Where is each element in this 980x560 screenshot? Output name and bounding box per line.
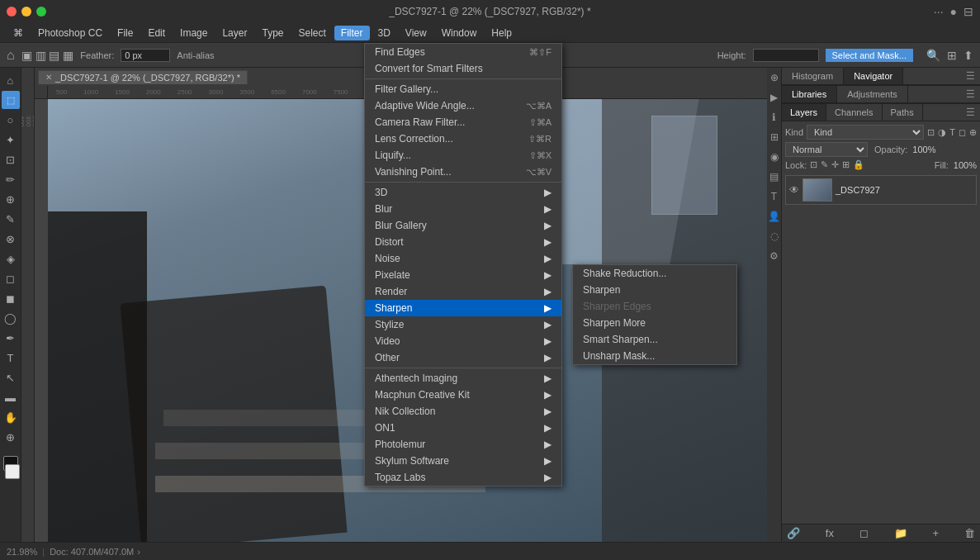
delete-layer-icon[interactable]: 🗑 <box>964 527 975 539</box>
filter-lens-correction[interactable]: Lens Correction... ⇧⌘R <box>365 131 561 147</box>
path-select-tool[interactable]: ↖ <box>2 368 20 387</box>
filter-nik[interactable]: Nik Collection ▶ <box>365 403 561 420</box>
menu-photoshop[interactable]: Photoshop CC <box>31 26 109 40</box>
filter-sharpen[interactable]: Sharpen ▶ <box>365 300 561 316</box>
sharpen-unsharp-mask[interactable]: Unsharp Mask... <box>573 348 736 364</box>
panel-icon-grid[interactable]: ⊞ <box>768 131 781 144</box>
close-button[interactable] <box>7 7 17 17</box>
filter-convert-smart[interactable]: Convert for Smart Filters <box>365 60 561 77</box>
filter-blur-gallery[interactable]: Blur Gallery ▶ <box>365 217 561 234</box>
lock-icon[interactable]: 🔒 <box>853 159 864 170</box>
canvas-tab[interactable]: ✕ _DSC7927-1 @ 22% (_DSC7927, RGB/32*) * <box>38 70 248 84</box>
layer-item[interactable]: 👁 _DSC7927 <box>785 175 977 205</box>
feather-input[interactable] <box>121 49 170 62</box>
opacity-value[interactable]: 100% <box>912 145 935 154</box>
filter-render[interactable]: Render ▶ <box>365 283 561 300</box>
filter-find-edges[interactable]: Find Edges ⌘⇧F <box>365 44 561 60</box>
filter-distort[interactable]: Distort ▶ <box>365 234 561 250</box>
filter-photolemur[interactable]: Photolemur ▶ <box>365 436 561 453</box>
tab-histogram[interactable]: Histogram <box>782 68 844 84</box>
panel-icon-play[interactable]: ▶ <box>768 91 781 104</box>
healing-tool[interactable]: ⊕ <box>2 190 20 208</box>
background-color[interactable] <box>5 464 20 479</box>
blend-mode-select[interactable]: Normal <box>785 142 868 157</box>
shape-tool[interactable]: ▬ <box>2 388 20 406</box>
menu-select[interactable]: Select <box>291 26 332 40</box>
lasso-tool[interactable]: ○ <box>2 111 20 129</box>
home-icon[interactable]: ⌂ <box>7 48 15 63</box>
panel-icon-adjustment[interactable]: ◌ <box>768 230 781 243</box>
panel-icon-people[interactable]: 👤 <box>768 210 781 223</box>
visibility-icon[interactable]: 👁 <box>789 184 799 196</box>
selection-tool[interactable]: ⬚ <box>2 91 20 109</box>
filter-noise[interactable]: Noise ▶ <box>365 250 561 267</box>
menu-edit[interactable]: Edit <box>141 26 172 40</box>
panel-icon-info[interactable]: ℹ <box>768 111 781 124</box>
shape-icon[interactable]: ◻ <box>959 127 966 138</box>
pixel-icon[interactable]: ⊡ <box>927 127 935 138</box>
filter-camera-raw[interactable]: Camera Raw Filter... ⇧⌘A <box>365 114 561 131</box>
share-icon[interactable]: ⬆ <box>963 49 973 62</box>
menu-image[interactable]: Image <box>173 26 214 40</box>
panel-icon-settings[interactable]: ⚙ <box>768 249 781 263</box>
kind-select[interactable]: Kind <box>807 125 924 140</box>
filter-3d[interactable]: 3D ▶ <box>365 184 561 201</box>
lock-artboard-icon[interactable]: ⊞ <box>842 159 850 170</box>
sharpen-shake-reduction[interactable]: Shake Reduction... <box>573 265 736 282</box>
filter-video[interactable]: Video ▶ <box>365 333 561 349</box>
lock-brush-icon[interactable]: ✎ <box>821 159 828 170</box>
clone-tool[interactable]: ⊗ <box>2 230 20 248</box>
text-tool[interactable]: T <box>2 349 20 367</box>
zoom-tool[interactable]: ⊕ <box>2 428 20 446</box>
pen-tool[interactable]: ✒ <box>2 329 20 347</box>
filter-other[interactable]: Other ▶ <box>365 349 561 366</box>
maximize-button[interactable] <box>36 7 46 17</box>
lock-transform-icon[interactable]: ✛ <box>831 159 839 170</box>
gradient-tool[interactable]: ◼ <box>2 289 20 307</box>
menu-view[interactable]: View <box>399 26 433 40</box>
minimize-button[interactable] <box>21 7 31 17</box>
filter-blur[interactable]: Blur ▶ <box>365 201 561 217</box>
eyedropper-tool[interactable]: ✏ <box>2 170 20 188</box>
sharpen-sharpen[interactable]: Sharpen <box>573 282 736 298</box>
filter-pixelate[interactable]: Pixelate ▶ <box>365 267 561 283</box>
layers-menu-icon[interactable]: ☰ <box>966 107 980 118</box>
fx-icon[interactable]: fx <box>826 527 834 539</box>
menu-help[interactable]: Help <box>485 26 518 40</box>
menu-type[interactable]: Type <box>255 26 290 40</box>
add-mask-icon[interactable]: ◻ <box>859 527 869 539</box>
lib-menu-icon[interactable]: ☰ <box>966 88 980 100</box>
menu-layer[interactable]: Layer <box>215 26 253 40</box>
menu-window[interactable]: Window <box>435 26 484 40</box>
sharpen-edges[interactable]: Sharpen Edges <box>573 298 736 315</box>
menu-filter[interactable]: Filter <box>334 26 370 40</box>
new-layer-icon[interactable]: + <box>933 527 940 539</box>
forward-icon[interactable]: › <box>137 547 140 557</box>
type-icon[interactable]: T <box>949 127 955 137</box>
dodge-tool[interactable]: ◯ <box>2 309 20 327</box>
crop-tool[interactable]: ⊡ <box>2 150 20 168</box>
filter-on1[interactable]: ON1 ▶ <box>365 420 561 436</box>
menu-apple[interactable]: ⌘ <box>7 26 30 40</box>
filter-topaz[interactable]: Topaz Labs ▶ <box>365 469 561 486</box>
select-mask-button[interactable]: Select and Mask... <box>826 49 914 62</box>
filter-skylum[interactable]: Skylum Software ▶ <box>365 453 561 469</box>
tab-layers[interactable]: Layers <box>782 104 826 121</box>
tab-channels[interactable]: Channels <box>826 104 882 121</box>
panel-icon-gradient[interactable]: ▤ <box>768 170 781 183</box>
filter-macphun[interactable]: Macphun Creative Kit ▶ <box>365 387 561 403</box>
move-tool[interactable]: ⌂ <box>2 71 20 89</box>
history-tool[interactable]: ◈ <box>2 249 20 268</box>
hand-tool[interactable]: ✋ <box>2 408 20 426</box>
filter-stylize[interactable]: Stylize ▶ <box>365 316 561 333</box>
view-options-icon[interactable]: ⊞ <box>947 49 957 62</box>
filter-vanishing-point[interactable]: Vanishing Point... ⌥⌘V <box>365 164 561 180</box>
more-icon[interactable]: ··· <box>934 5 944 18</box>
new-group-icon[interactable]: 📁 <box>894 527 907 539</box>
smart-icon[interactable]: ⊕ <box>969 127 977 138</box>
filter-athentech[interactable]: Athentech Imaging ▶ <box>365 370 561 387</box>
sharpen-smart[interactable]: Smart Sharpen... <box>573 331 736 348</box>
height-input[interactable] <box>753 49 819 62</box>
search-icon[interactable]: 🔍 <box>926 49 940 62</box>
panel-icon-text[interactable]: T <box>768 190 781 203</box>
